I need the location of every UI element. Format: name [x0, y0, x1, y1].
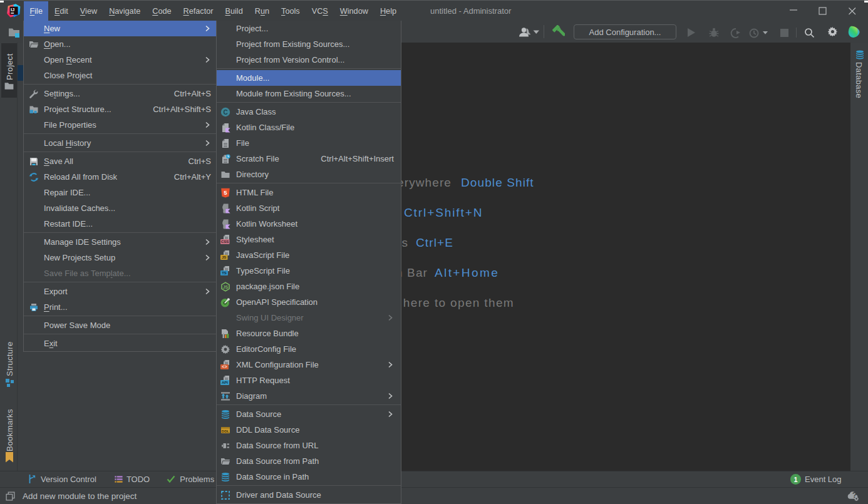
svg-text:IJ: IJ [11, 7, 14, 13]
